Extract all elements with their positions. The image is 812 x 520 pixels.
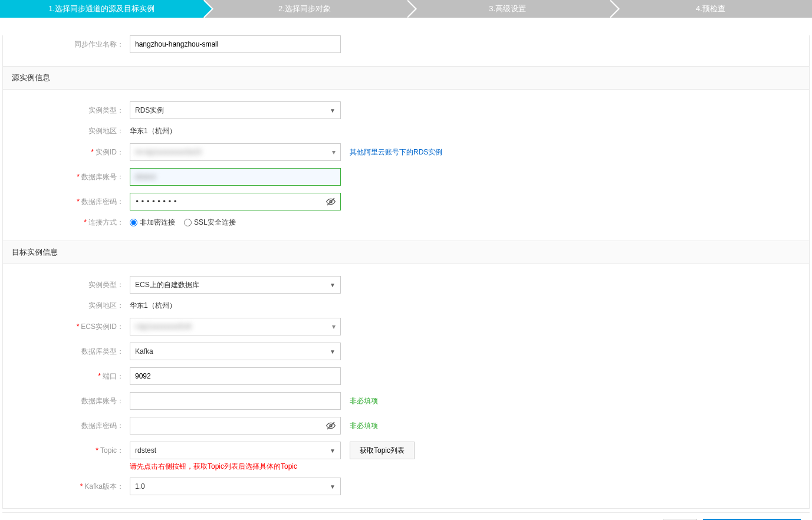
chevron-down-icon: ▼ [330, 107, 336, 114]
target-instance-type-select[interactable]: ECS上的自建数据库 ▼ [130, 276, 341, 294]
target-instance-type-label: 实例类型： [27, 280, 130, 290]
radio-ssl[interactable]: SSL安全连接 [184, 218, 236, 228]
chevron-down-icon: ▼ [330, 483, 336, 490]
select-value: Kafka [135, 347, 153, 356]
kafka-version-select[interactable]: 1.0 ▼ [130, 478, 341, 495]
select-value: RDS实例 [135, 106, 164, 116]
eye-toggle-icon[interactable] [326, 197, 336, 206]
step-4-precheck[interactable]: 4.预检查 [609, 0, 812, 18]
dropdown-value: i-bp1xxxxxxxxf1r8 [135, 322, 191, 331]
source-instance-type-label: 实例类型： [27, 106, 130, 116]
source-instance-id-label: *实例ID： [27, 147, 130, 157]
optional-hint: 非必填项 [350, 396, 378, 406]
source-region-label: 实例地区： [27, 126, 130, 136]
ecs-instance-id-dropdown[interactable]: i-bp1xxxxxxxxf1r8 ▾ [130, 318, 341, 335]
step-1-source-target[interactable]: 1.选择同步通道的源及目标实例 [0, 0, 203, 18]
port-input[interactable] [130, 367, 341, 385]
topic-warning: 请先点击右侧按钮，获取Topic列表后选择具体的Topic [130, 462, 809, 472]
target-db-account-input[interactable] [130, 392, 341, 410]
port-label: *端口： [27, 371, 130, 381]
job-name-label: 同步作业名称： [27, 40, 130, 50]
source-section-header: 源实例信息 [3, 66, 809, 90]
topic-label: *Topic： [27, 446, 130, 456]
target-db-password-label: 数据库密码： [27, 421, 130, 431]
target-db-account-label: 数据库账号： [27, 396, 130, 406]
job-name-input[interactable] [130, 35, 341, 53]
caret-down-icon: ▾ [332, 322, 336, 331]
eye-toggle-icon[interactable] [326, 421, 336, 430]
target-section-header: 目标实例信息 [3, 241, 809, 264]
source-db-account-input[interactable]: dtstest [130, 168, 341, 186]
connect-mode-radio-group: 非加密连接 SSL安全连接 [130, 218, 236, 228]
select-value: 1.0 [135, 482, 145, 491]
source-db-account-label: *数据库账号： [27, 172, 130, 182]
footer-bar: 取消 授权白名单并进入下一步 [2, 512, 810, 520]
target-db-password-input[interactable] [130, 417, 341, 435]
target-region-label: 实例地区： [27, 301, 130, 311]
source-region-value: 华东1（杭州） [130, 126, 176, 136]
db-type-label: 数据库类型： [27, 347, 130, 357]
db-type-select[interactable]: Kafka ▼ [130, 343, 341, 360]
kafka-version-label: *Kafka版本： [27, 482, 130, 492]
select-value: rdstest [135, 446, 156, 455]
radio-unencrypted[interactable]: 非加密连接 [130, 218, 175, 228]
dropdown-value: rm-bp1xxxxxxxx3o23 [135, 148, 202, 156]
select-value: ECS上的自建数据库 [135, 280, 199, 290]
source-db-password-input[interactable]: •••••••• [130, 193, 341, 210]
caret-down-icon: ▾ [332, 148, 336, 156]
chevron-down-icon: ▼ [330, 447, 336, 454]
source-instance-type-select[interactable]: RDS实例 ▼ [130, 101, 341, 119]
step-3-advanced[interactable]: 3.高级设置 [406, 0, 609, 18]
chevron-down-icon: ▼ [330, 282, 336, 288]
topic-select[interactable]: rdstest ▼ [130, 442, 341, 459]
wizard-stepper: 1.选择同步通道的源及目标实例 2.选择同步对象 3.高级设置 4.预检查 [0, 0, 812, 18]
connect-mode-label: *连接方式： [27, 218, 130, 228]
get-topic-list-button[interactable]: 获取Topic列表 [350, 442, 415, 459]
source-db-password-label: *数据库密码： [27, 197, 130, 207]
ecs-instance-id-label: *ECS实例ID： [27, 322, 130, 332]
source-instance-id-dropdown[interactable]: rm-bp1xxxxxxxx3o23 ▾ [130, 143, 341, 161]
other-account-rds-link[interactable]: 其他阿里云账号下的RDS实例 [350, 147, 442, 157]
step-2-sync-objects[interactable]: 2.选择同步对象 [203, 0, 406, 18]
chevron-down-icon: ▼ [330, 348, 336, 355]
target-region-value: 华东1（杭州） [130, 301, 176, 311]
optional-hint: 非必填项 [350, 421, 378, 431]
